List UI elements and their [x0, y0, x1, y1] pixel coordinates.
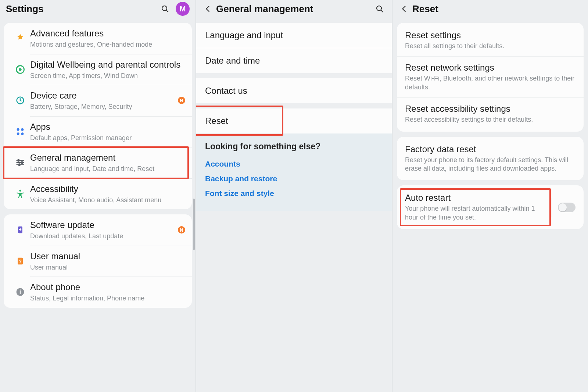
row-subtitle: Reset Wi-Fi, Bluetooth, and other networ…	[405, 74, 576, 92]
svg-point-6	[21, 128, 24, 131]
row-subtitle: Reset all settings to their defaults.	[405, 42, 576, 50]
settings-group-1: Software updateDownload updates, Last up…	[4, 214, 192, 308]
accessibility-icon	[10, 189, 30, 199]
svg-point-7	[17, 132, 19, 135]
settings-row-about[interactable]: About phoneStatus, Legal information, Ph…	[4, 277, 192, 308]
settings-row-apps[interactable]: AppsDefault apps, Permission manager	[4, 116, 192, 147]
svg-point-14	[18, 164, 20, 166]
search-icon[interactable]	[159, 3, 171, 15]
row-subtitle: Status, Legal information, Phone name	[30, 294, 185, 303]
svg-line-23	[381, 10, 383, 13]
advanced-icon	[10, 33, 30, 43]
row-subtitle: Language and input, Date and time, Reset	[30, 165, 185, 173]
page-title: General management	[216, 3, 313, 15]
row-title: User manual	[30, 251, 185, 262]
profile-avatar[interactable]: M	[176, 2, 190, 16]
settings-row-advanced[interactable]: Advanced featuresMotions and gestures, O…	[4, 23, 192, 54]
reset-row-reset-network-settings[interactable]: Reset network settingsReset Wi-Fi, Bluet…	[397, 56, 584, 97]
reset-panel: Reset Reset settingsReset all settings t…	[392, 0, 588, 392]
svg-point-15	[19, 189, 21, 191]
notification-badge: N	[178, 226, 185, 234]
settings-row-devicecare[interactable]: Device careBattery, Storage, Memory, Sec…	[4, 85, 192, 116]
settings-header: Settings M	[0, 0, 196, 18]
row-subtitle: Screen time, App timers, Wind Down	[30, 72, 185, 80]
back-icon[interactable]	[202, 5, 214, 13]
looking-for-block: Looking for something else? AccountsBack…	[196, 133, 392, 211]
general-icon	[10, 157, 30, 168]
page-title: Reset	[412, 3, 438, 15]
svg-line-1	[166, 10, 169, 13]
row-title: About phone	[30, 282, 185, 293]
row-subtitle: Reset your phone to its factory default …	[405, 156, 576, 173]
scrollbar-thumb[interactable]	[193, 199, 195, 250]
row-title: Digital Wellbeing and parental controls	[30, 59, 185, 70]
auto-restart-sub: Your phone will restart automatically wi…	[405, 204, 546, 222]
devicecare-icon	[10, 95, 30, 106]
settings-row-accessibility[interactable]: AccessibilityVoice Assistant, Mono audio…	[4, 178, 192, 210]
row-subtitle: Motions and gestures, One-handed mode	[30, 40, 185, 49]
reset-header: Reset	[392, 0, 588, 18]
reset-row-reset-settings[interactable]: Reset settingsReset all settings to thei…	[397, 24, 584, 56]
svg-rect-20	[20, 291, 21, 294]
settings-panel: Settings M Advanced featuresMotions and …	[0, 0, 196, 392]
svg-point-5	[17, 128, 19, 131]
suggest-link-accounts[interactable]: Accounts	[205, 157, 383, 171]
row-subtitle: Download updates, Last update	[30, 232, 175, 240]
suggest-heading: Looking for something else?	[205, 142, 383, 152]
svg-point-13	[21, 162, 23, 164]
row-subtitle: Battery, Storage, Memory, Security	[30, 103, 175, 111]
auto-restart-toggle[interactable]	[558, 203, 576, 212]
row-title: Reset accessibility settings	[405, 104, 576, 114]
settings-row-manual[interactable]: ?User manualUser manual	[4, 246, 192, 277]
wellbeing-icon	[10, 64, 30, 75]
row-subtitle: Default apps, Permission manager	[30, 134, 185, 142]
row-subtitle: User manual	[30, 263, 185, 272]
back-icon[interactable]	[398, 5, 410, 13]
svg-text:?: ?	[19, 258, 22, 264]
row-title: Factory data reset	[405, 144, 576, 154]
gm-row-date-and-time[interactable]: Date and time	[196, 48, 392, 73]
settings-row-update[interactable]: Software updateDownload updates, Last up…	[4, 214, 192, 246]
reset-row-factory-data-reset[interactable]: Factory data resetReset your phone to it…	[397, 138, 584, 179]
settings-row-general[interactable]: General managementLanguage and input, Da…	[4, 147, 192, 178]
general-management-panel: General management Language and inputDat…	[196, 0, 392, 392]
update-icon	[10, 225, 30, 235]
svg-point-0	[162, 6, 167, 11]
toggle-separator	[552, 198, 552, 217]
row-title: General management	[30, 152, 185, 163]
svg-point-21	[19, 289, 21, 291]
gm-header: General management	[196, 0, 392, 18]
suggest-link-font-size-and-style[interactable]: Font size and style	[205, 186, 383, 201]
settings-row-wellbeing[interactable]: Digital Wellbeing and parental controlsS…	[4, 54, 192, 85]
notification-badge: N	[178, 97, 185, 104]
auto-restart-card: Auto restart Your phone will restart aut…	[397, 185, 584, 229]
row-subtitle: Voice Assistant, Mono audio, Assistant m…	[30, 196, 185, 204]
manual-icon: ?	[10, 256, 30, 266]
gm-row-reset[interactable]: Reset	[196, 108, 392, 133]
svg-point-22	[377, 6, 381, 11]
about-icon	[10, 287, 30, 297]
reset-group-2: Factory data resetReset your phone to it…	[397, 137, 584, 181]
gm-row-language-and-input[interactable]: Language and input	[196, 23, 392, 48]
row-title: Software update	[30, 220, 175, 231]
apps-icon	[10, 126, 30, 137]
page-title: Settings	[6, 3, 44, 15]
suggest-link-backup-and-restore[interactable]: Backup and restore	[205, 171, 383, 186]
row-title: Device care	[30, 90, 175, 101]
row-title: Reset settings	[405, 30, 576, 40]
svg-point-12	[18, 160, 19, 161]
row-title: Reset network settings	[405, 63, 576, 73]
row-title: Advanced features	[30, 28, 185, 39]
gm-row-contact-us[interactable]: Contact us	[196, 78, 392, 103]
svg-point-8	[21, 132, 24, 135]
row-subtitle: Reset accessibility settings to their de…	[405, 115, 576, 124]
auto-restart-title: Auto restart	[405, 193, 546, 203]
reset-row-reset-accessibility-settings[interactable]: Reset accessibility settingsReset access…	[397, 97, 584, 130]
settings-group-0: Advanced featuresMotions and gestures, O…	[4, 23, 192, 209]
search-icon[interactable]	[373, 3, 386, 15]
row-title: Apps	[30, 121, 185, 132]
svg-point-3	[19, 68, 21, 71]
row-title: Accessibility	[30, 183, 185, 195]
auto-restart-row[interactable]: Auto restart Your phone will restart aut…	[405, 193, 546, 222]
reset-group-1: Reset settingsReset all settings to thei…	[397, 23, 584, 132]
